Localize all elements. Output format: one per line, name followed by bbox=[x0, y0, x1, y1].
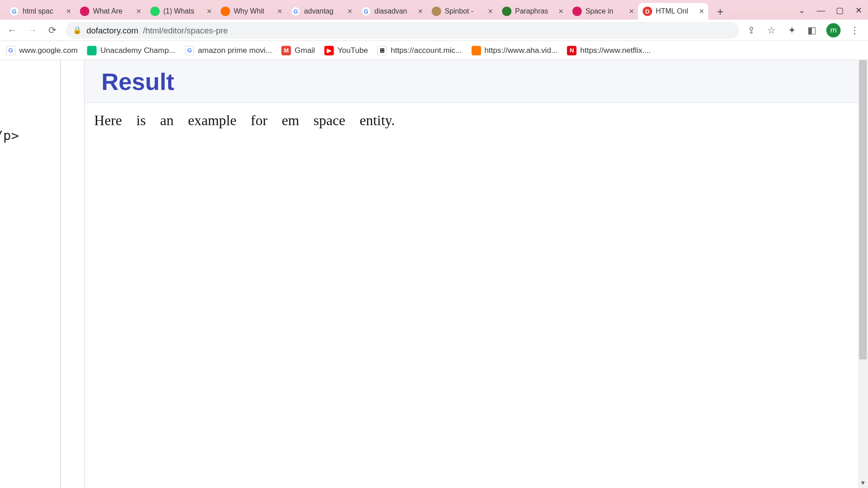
favicon bbox=[432, 6, 441, 16]
tab-title: HTML Onl bbox=[656, 7, 697, 15]
bookmark-label: https://www.netflix.... bbox=[580, 46, 651, 55]
tab-title: advantag bbox=[304, 7, 345, 15]
favicon bbox=[150, 6, 160, 16]
forward-button[interactable]: → bbox=[25, 23, 39, 38]
tab-4[interactable]: G advantag ✕ bbox=[286, 3, 357, 20]
bookmark-label: YouTube bbox=[338, 46, 368, 55]
tab-close-icon[interactable]: ✕ bbox=[557, 7, 565, 15]
tab-7[interactable]: Paraphras ✕ bbox=[497, 3, 568, 20]
tab-close-icon[interactable]: ✕ bbox=[627, 7, 635, 15]
tab-close-icon[interactable]: ✕ bbox=[275, 7, 283, 15]
window-maximize-icon[interactable]: ▢ bbox=[835, 5, 845, 15]
favicon bbox=[502, 6, 511, 16]
url-path: /html/editor/spaces-pre bbox=[143, 25, 228, 35]
tab-close-icon[interactable]: ✕ bbox=[416, 7, 424, 15]
tab-title: (1) Whats bbox=[163, 7, 204, 15]
bookmark-amazon-prime[interactable]: Gamazon prime movi... bbox=[185, 46, 272, 55]
share-icon[interactable]: ⇪ bbox=[745, 24, 757, 36]
bookmark-gmail[interactable]: MGmail bbox=[282, 46, 315, 55]
bookmark-account-mic[interactable]: ⊞https://account.mic... bbox=[377, 46, 462, 55]
tab-6[interactable]: Spinbot - ✕ bbox=[427, 3, 497, 20]
favicon bbox=[80, 6, 90, 16]
new-tab-button[interactable]: ＋ bbox=[712, 3, 729, 20]
tab-close-icon[interactable]: ✕ bbox=[698, 7, 706, 15]
bookmark-label: amazon prime movi... bbox=[198, 46, 272, 55]
browser-toolbar: ← → ⟳ 🔒 dofactory.com/html/editor/spaces… bbox=[0, 19, 868, 41]
page-content: /p> Result Here is an example for em spa… bbox=[0, 60, 868, 488]
editor-gutter bbox=[0, 60, 60, 113]
bookmark-label: https://account.mic... bbox=[391, 46, 462, 55]
tab-title: html spac bbox=[23, 7, 63, 15]
tab-title: Paraphras bbox=[515, 7, 556, 15]
url-host: dofactory.com bbox=[86, 25, 138, 35]
tab-title: Why Whit bbox=[234, 7, 274, 15]
favicon: G bbox=[291, 6, 301, 16]
editor-pane[interactable]: /p> bbox=[0, 60, 60, 488]
scroll-down-icon[interactable]: ▼ bbox=[858, 478, 868, 488]
tab-close-icon[interactable]: ✕ bbox=[346, 7, 354, 15]
tab-8[interactable]: Space in ✕ bbox=[567, 3, 638, 20]
tab-close-icon[interactable]: ✕ bbox=[205, 7, 213, 15]
tab-title: What Are bbox=[93, 7, 134, 15]
bookmark-label: https://www.aha.vid... bbox=[485, 46, 558, 55]
favicon: G bbox=[9, 6, 19, 16]
tab-title: diasadvan bbox=[374, 7, 415, 15]
bookmark-youtube[interactable]: ▶YouTube bbox=[325, 46, 368, 55]
result-body: Here is an example for em space entity. bbox=[85, 103, 868, 138]
bookmark-netflix[interactable]: Nhttps://www.netflix.... bbox=[567, 46, 651, 55]
menu-icon[interactable]: ⋮ bbox=[849, 24, 861, 36]
bookmark-aha[interactable]: https://www.aha.vid... bbox=[471, 46, 557, 55]
bookmark-label: www.google.com bbox=[19, 46, 78, 55]
tab-close-icon[interactable]: ✕ bbox=[135, 7, 143, 15]
tab-title: Spinbot - bbox=[445, 7, 486, 15]
profile-avatar[interactable]: m bbox=[826, 23, 841, 38]
tab-title: Space in bbox=[585, 7, 626, 15]
window-minimize-icon[interactable]: — bbox=[816, 5, 826, 15]
lock-icon: 🔒 bbox=[73, 26, 82, 34]
reload-button[interactable]: ⟳ bbox=[45, 23, 60, 38]
address-bar[interactable]: 🔒 dofactory.com/html/editor/spaces-pre bbox=[66, 22, 739, 38]
result-header-wrap: Result bbox=[85, 60, 868, 103]
star-icon[interactable]: ☆ bbox=[765, 24, 777, 36]
favicon: G bbox=[361, 6, 371, 16]
code-fragment: /p> bbox=[0, 128, 19, 143]
tab-1[interactable]: What Are ✕ bbox=[75, 3, 146, 20]
back-button[interactable]: ← bbox=[5, 23, 19, 38]
bookmark-unacademy[interactable]: Unacademy Champ... bbox=[87, 46, 175, 55]
tab-0[interactable]: G html spac ✕ bbox=[5, 3, 75, 20]
bookmark-google[interactable]: Gwww.google.com bbox=[6, 46, 78, 55]
window-close-icon[interactable]: ✕ bbox=[854, 5, 864, 15]
tab-3[interactable]: Why Whit ✕ bbox=[216, 3, 286, 20]
favicon bbox=[572, 6, 582, 16]
bookmark-label: Gmail bbox=[295, 46, 315, 55]
tab-9-active[interactable]: D HTML Onl ✕ bbox=[638, 3, 708, 20]
tab-close-icon[interactable]: ✕ bbox=[64, 7, 72, 15]
bookmark-label: Unacademy Champ... bbox=[100, 46, 175, 55]
browser-tabstrip: G html spac ✕ What Are ✕ (1) Whats ✕ Why… bbox=[0, 0, 868, 19]
vertical-scrollbar[interactable]: ▲ ▼ bbox=[858, 60, 868, 488]
tab-close-icon[interactable]: ✕ bbox=[486, 7, 495, 15]
sidepanel-icon[interactable]: ◧ bbox=[806, 24, 818, 36]
result-pane: Result Here is an example for em space e… bbox=[84, 60, 868, 488]
favicon bbox=[221, 6, 230, 16]
tabs-dropdown-icon[interactable]: ⌄ bbox=[797, 5, 807, 15]
favicon: D bbox=[643, 6, 652, 16]
extensions-icon[interactable]: ✦ bbox=[786, 24, 797, 36]
scroll-thumb[interactable] bbox=[859, 60, 867, 360]
tab-5[interactable]: G diasadvan ✕ bbox=[357, 3, 427, 20]
result-sentence: Here is an example for em space entity. bbox=[94, 113, 395, 128]
result-heading: Result bbox=[101, 68, 868, 95]
bookmarks-bar: Gwww.google.com Unacademy Champ... Gamaz… bbox=[0, 41, 868, 60]
tab-2[interactable]: (1) Whats ✕ bbox=[146, 3, 216, 20]
pane-divider[interactable] bbox=[60, 60, 84, 488]
